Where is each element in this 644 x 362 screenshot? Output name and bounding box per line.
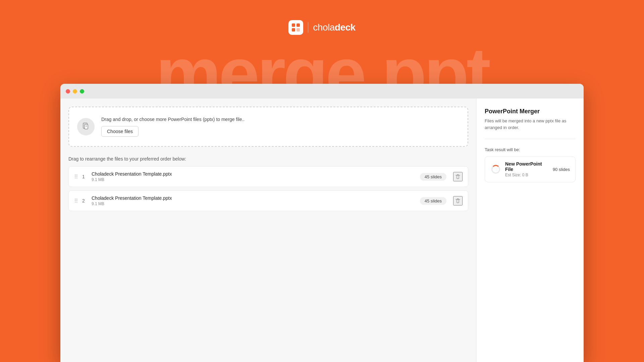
logo-divider bbox=[308, 22, 308, 33]
sidebar-title: PowerPoint Merger bbox=[485, 108, 576, 115]
svg-rect-1 bbox=[297, 23, 300, 27]
slides-badge: 45 slides bbox=[420, 173, 446, 181]
traffic-light-yellow[interactable] bbox=[73, 89, 77, 94]
logo-text: choladeck bbox=[313, 22, 355, 33]
sidebar-description: Files will be merged into a new pptx fil… bbox=[485, 118, 576, 139]
file-size: 9.1 MB bbox=[92, 201, 416, 206]
file-info: Choladeck Presentation Template.pptx 9.1… bbox=[92, 195, 416, 206]
browser-titlebar bbox=[60, 84, 584, 99]
sidebar: PowerPoint Merger Files will be merged i… bbox=[476, 99, 584, 362]
drop-zone-description: Drag and drop, or choose more PowerPoint… bbox=[101, 117, 245, 122]
result-info: New PowerPoint File Est Size: 0 B bbox=[505, 161, 549, 177]
file-name: Choladeck Presentation Template.pptx bbox=[92, 195, 416, 201]
slides-badge: 45 slides bbox=[420, 197, 446, 205]
traffic-light-green[interactable] bbox=[80, 89, 84, 94]
svg-rect-3 bbox=[297, 28, 300, 32]
table-row: ⠿ 1 Choladeck Presentation Template.pptx… bbox=[68, 166, 468, 187]
drag-handle-icon[interactable]: ⠿ bbox=[74, 174, 78, 180]
traffic-light-red[interactable] bbox=[66, 89, 70, 94]
main-area: Drag and drop, or choose more PowerPoint… bbox=[60, 99, 476, 362]
delete-button[interactable] bbox=[453, 196, 463, 205]
task-result-label: Task result will be: bbox=[485, 147, 576, 152]
drop-zone[interactable]: Drag and drop, or choose more PowerPoint… bbox=[68, 107, 468, 147]
browser-content: Drag and drop, or choose more PowerPoint… bbox=[60, 99, 584, 362]
file-info: Choladeck Presentation Template.pptx 9.1… bbox=[92, 171, 416, 182]
delete-button[interactable] bbox=[453, 172, 463, 181]
file-number: 2 bbox=[82, 198, 88, 203]
result-card: New PowerPoint File Est Size: 0 B 90 sli… bbox=[485, 156, 576, 182]
result-file-name: New PowerPoint File bbox=[505, 161, 549, 172]
file-icon-circle bbox=[77, 118, 95, 135]
rearrange-label: Drag to rearrange the files to your pref… bbox=[68, 156, 468, 162]
result-slides-count: 90 slides bbox=[553, 167, 570, 172]
browser-window: Drag and drop, or choose more PowerPoint… bbox=[60, 84, 584, 362]
result-file-size: Est Size: 0 B bbox=[505, 173, 549, 177]
table-row: ⠿ 2 Choladeck Presentation Template.pptx… bbox=[68, 190, 468, 211]
logo-icon bbox=[288, 20, 303, 35]
svg-rect-0 bbox=[292, 23, 295, 27]
file-size: 9.1 MB bbox=[92, 177, 416, 182]
spinner-icon bbox=[490, 164, 501, 175]
file-name: Choladeck Presentation Template.pptx bbox=[92, 171, 416, 177]
drop-zone-info: Drag and drop, or choose more PowerPoint… bbox=[101, 117, 245, 137]
file-list: ⠿ 1 Choladeck Presentation Template.pptx… bbox=[68, 166, 468, 211]
spinner-ring bbox=[491, 165, 500, 174]
choose-files-button[interactable]: Choose files bbox=[101, 126, 139, 137]
logo-bar: choladeck bbox=[288, 20, 355, 35]
svg-rect-2 bbox=[292, 28, 295, 32]
file-number: 1 bbox=[82, 174, 88, 179]
drag-handle-icon[interactable]: ⠿ bbox=[74, 198, 78, 204]
